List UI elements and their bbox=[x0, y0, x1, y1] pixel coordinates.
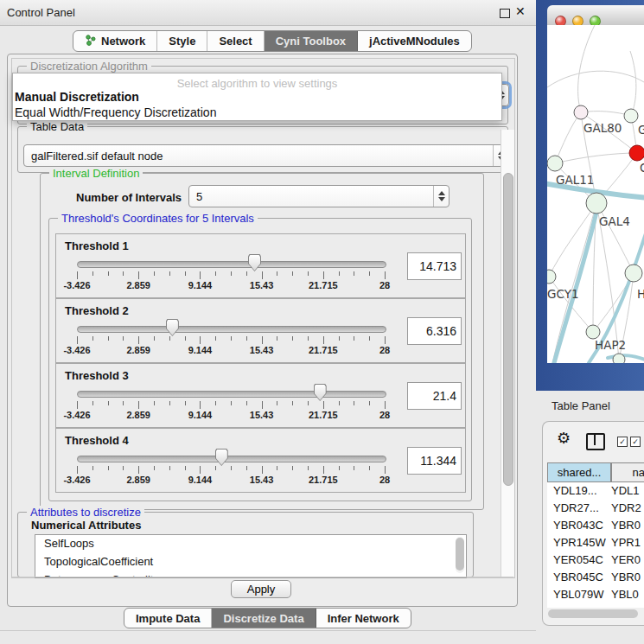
list-scrollbar[interactable] bbox=[456, 537, 464, 573]
tick-mark bbox=[231, 271, 232, 276]
slider-handle[interactable] bbox=[248, 254, 261, 271]
slider-handle[interactable] bbox=[166, 319, 179, 336]
algorithm-option[interactable]: Manual Discretization bbox=[15, 90, 139, 104]
slider-handle-face bbox=[216, 450, 227, 465]
node-table[interactable]: YDL19...YDL1YDR27...YDR2YBR043CYBR0YPR14… bbox=[547, 481, 644, 608]
network-node[interactable] bbox=[574, 105, 588, 119]
tick-label: 2.859 bbox=[126, 280, 150, 290]
column-header-2[interactable]: na bbox=[611, 462, 644, 482]
table-horizontal-scrollbar[interactable] bbox=[548, 609, 641, 618]
table-row[interactable]: YLR345WYLR3 bbox=[547, 603, 644, 608]
network-edge[interactable] bbox=[581, 112, 631, 116]
tick-mark bbox=[246, 401, 247, 405]
table-data-combo[interactable]: galFiltered.sif default node bbox=[23, 144, 509, 167]
main-scrollbar-thumb[interactable] bbox=[503, 173, 513, 486]
network-node[interactable] bbox=[586, 325, 600, 339]
network-node[interactable] bbox=[625, 265, 642, 282]
network-node-label: GCY1 bbox=[547, 287, 579, 301]
table-row[interactable]: YPR145WYPR1 bbox=[547, 533, 644, 551]
thresholds-title: Threshold's Coordinates for 5 Intervals bbox=[58, 212, 258, 225]
table-row[interactable]: YDL19...YDL1 bbox=[547, 481, 644, 499]
tick-mark bbox=[277, 466, 277, 470]
tick-mark bbox=[138, 401, 139, 409]
tick-label: 15.43 bbox=[250, 345, 274, 355]
network-node-label: GAL80 bbox=[583, 121, 622, 135]
threshold-label: Threshold 1 bbox=[65, 239, 129, 252]
tab-infer-network[interactable]: Infer Network bbox=[316, 609, 411, 628]
network-node-label: H bbox=[637, 287, 644, 301]
tick-label: 21.715 bbox=[309, 280, 338, 290]
tab-network[interactable]: Network bbox=[73, 31, 157, 51]
split-columns-icon[interactable] bbox=[586, 433, 605, 450]
table-row[interactable]: YBR045CYBR0 bbox=[547, 568, 644, 585]
shared-name-cell: YDL19... bbox=[547, 484, 611, 497]
network-window-titlebar[interactable] bbox=[547, 5, 644, 26]
apply-button[interactable]: Apply bbox=[231, 580, 291, 598]
tick-mark bbox=[169, 336, 170, 341]
close-icon[interactable]: ✕ bbox=[515, 4, 526, 18]
tab-style[interactable]: Style bbox=[157, 31, 207, 51]
tab-jactivemnodules[interactable]: jActiveMNodules bbox=[358, 31, 471, 51]
network-edge[interactable] bbox=[555, 153, 637, 163]
main-scrollbar[interactable] bbox=[501, 130, 514, 577]
tick-label: -3.426 bbox=[63, 410, 90, 420]
table-row[interactable]: YBL079WYBL0 bbox=[547, 585, 644, 603]
network-node[interactable] bbox=[547, 156, 563, 171]
tick-mark bbox=[385, 466, 386, 474]
num-intervals-combo[interactable]: 5 bbox=[188, 185, 450, 207]
table-row[interactable]: YBR043CYBR0 bbox=[547, 516, 644, 533]
table-row[interactable]: YDR27...YDR2 bbox=[547, 499, 644, 516]
table-panel-title: Table Panel bbox=[552, 399, 610, 412]
network-node[interactable] bbox=[624, 109, 638, 123]
tick-label: 21.715 bbox=[309, 345, 338, 355]
tick-label: 2.859 bbox=[126, 410, 150, 420]
threshold-value-field[interactable]: 11.344 bbox=[407, 447, 462, 475]
tab-discretize-data[interactable]: Discretize Data bbox=[212, 609, 316, 628]
float-window-icon[interactable] bbox=[500, 9, 510, 18]
gear-icon[interactable]: ⚙ bbox=[557, 430, 571, 446]
tick-label: -3.426 bbox=[63, 280, 90, 290]
network-edge[interactable] bbox=[555, 112, 581, 163]
tick-mark bbox=[292, 466, 293, 470]
slider-track[interactable] bbox=[77, 326, 386, 333]
slider-track[interactable] bbox=[77, 391, 386, 398]
threshold-value-field[interactable]: 14.713 bbox=[407, 252, 462, 280]
attribute-item[interactable]: SelfLoops bbox=[35, 535, 466, 553]
slider-handle[interactable] bbox=[215, 449, 228, 466]
tab-label: Style bbox=[169, 35, 195, 48]
network-view[interactable]: GAL80GACGAL11GAL4GCY1HHAP2 bbox=[547, 25, 644, 363]
window-bottom-edge bbox=[0, 630, 536, 631]
tick-mark bbox=[246, 466, 247, 470]
network-node[interactable] bbox=[586, 193, 607, 214]
threshold-value-field[interactable]: 6.316 bbox=[407, 317, 462, 345]
threshold-label: Threshold 3 bbox=[65, 369, 129, 382]
column-header-1[interactable]: shared... bbox=[547, 462, 611, 482]
tick-label: 15.43 bbox=[250, 410, 274, 420]
tab-impute-data[interactable]: Impute Data bbox=[124, 609, 212, 628]
table-row[interactable]: YER054CYER0 bbox=[547, 551, 644, 568]
threshold-value-field[interactable]: 21.4 bbox=[407, 382, 462, 410]
slider-track[interactable] bbox=[77, 456, 386, 462]
slider-track[interactable] bbox=[77, 261, 386, 268]
numerical-attributes-list[interactable]: SelfLoopsTopologicalCoefficientBetweenne… bbox=[35, 534, 467, 578]
network-node[interactable] bbox=[629, 145, 644, 161]
tick-mark bbox=[308, 401, 309, 405]
tick-mark bbox=[185, 466, 186, 470]
network-edge[interactable] bbox=[578, 25, 595, 112]
combo-stepper-icon[interactable] bbox=[433, 186, 449, 207]
network-node[interactable] bbox=[547, 270, 556, 284]
attribute-item[interactable]: TopologicalCoefficient bbox=[35, 553, 466, 571]
tab-cyni-toolbox[interactable]: Cyni Toolbox bbox=[265, 31, 358, 51]
tab-label: Network bbox=[101, 35, 145, 48]
algorithm-option[interactable]: Equal Width/Frequency Discretization bbox=[15, 105, 216, 119]
tab-select[interactable]: Select bbox=[207, 31, 264, 51]
network-node[interactable] bbox=[613, 354, 625, 363]
tick-mark bbox=[185, 336, 186, 341]
slider-handle[interactable] bbox=[314, 384, 327, 401]
checkbox-icon[interactable]: ✓ bbox=[630, 437, 641, 447]
network-edge[interactable] bbox=[630, 51, 636, 116]
discretization-algorithm-title: Discretization Algorithm bbox=[27, 60, 151, 73]
checkbox-icon[interactable]: ✓ bbox=[617, 437, 628, 447]
network-edge[interactable] bbox=[547, 71, 644, 87]
tick-mark bbox=[108, 271, 109, 276]
